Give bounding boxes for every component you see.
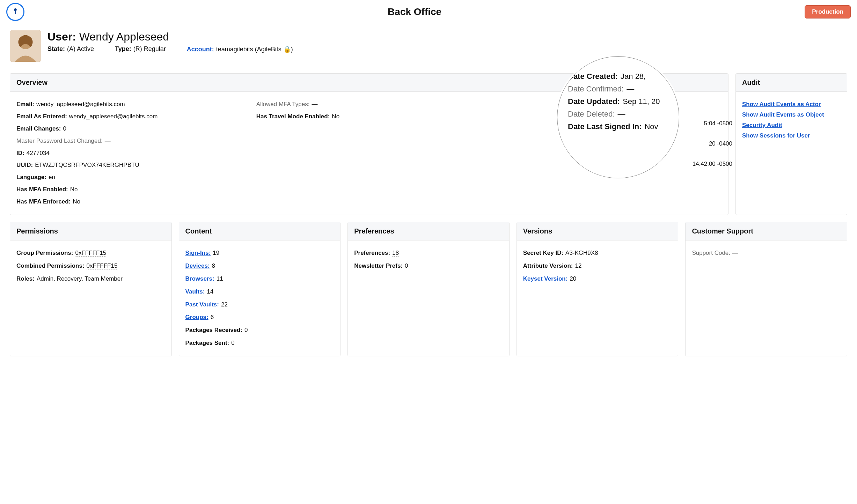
past-vaults-value: 22 [221,301,228,308]
keyset-link[interactable]: Keyset Version: [523,275,568,282]
user-header: User: Wendy Appleseed State: (A) Active … [10,29,847,66]
mag-date-updated-label: Date Updated: [568,97,620,106]
language-value: en [49,174,55,180]
dates-behind-magnifier: 5:04 -0500 20 -0400 14:42:00 -0500 [693,118,732,170]
pkg-recv-value: 0 [244,327,248,333]
mag-date-confirmed-label: Date Confirmed: [568,84,624,93]
page-title: User: Wendy Appleseed [47,30,847,43]
support-code-label: Support Code: [692,250,730,256]
devices-value: 8 [212,262,215,269]
permissions-card: Permissions Group Permissions:0xFFFFF15 … [10,222,172,356]
mfa-enforced-value: No [73,198,80,205]
support-card: Customer Support Support Code:— [685,222,847,356]
email-label: Email: [16,101,34,108]
page-title-prefix: User: [47,30,76,43]
behind-date-1: 5:04 -0500 [693,118,732,129]
email-value: wendy_appleseed@agilebits.com [36,101,125,108]
app-logo-icon [6,3,24,21]
attr-ver-value: 12 [575,262,581,269]
email-changes-label: Email Changes: [16,125,61,132]
attr-ver-label: Attribute Version: [523,262,573,269]
svg-rect-2 [15,10,16,14]
mag-date-updated-value: Sep 11, 20 [623,97,660,106]
roles-value: Admin, Recovery, Team Member [37,275,123,282]
roles-label: Roles: [16,275,35,282]
newsletter-value: 0 [405,262,408,269]
uuid-value: ETWZJTQCSRFPVOX74KERGHPBTU [35,162,139,168]
mag-date-confirmed-value: — [627,84,634,93]
signins-link[interactable]: Sign-Ins: [185,250,211,256]
uuid-label: UUID: [16,162,33,168]
mag-date-lastsignin-value: Nov [644,122,658,131]
mag-date-deleted-value: — [618,110,625,118]
audit-title: Audit [736,74,847,92]
browsers-value: 11 [217,275,223,282]
audit-link-sessions[interactable]: Show Sessions for User [742,132,841,139]
account-value: teamagilebits (AgileBits 🔒) [216,45,293,53]
newsletter-label: Newsletter Prefs: [354,262,403,269]
pkg-sent-label: Packages Sent: [185,340,229,346]
email-changes-value: 0 [63,125,66,132]
devices-link[interactable]: Devices: [185,262,210,269]
email-as-entered-label: Email As Entered: [16,113,67,120]
group-perm-value[interactable]: 0xFFFFF15 [75,250,106,257]
preferences-title: Preferences [348,222,509,240]
pkg-sent-value: 0 [231,340,234,346]
language-label: Language: [16,174,46,180]
preferences-card: Preferences Preferences:18 Newsletter Pr… [347,222,510,356]
secret-key-label: Secret Key ID: [523,250,563,256]
audit-panel: Audit Show Audit Events as Actor Show Au… [735,73,847,215]
content-title: Content [179,222,340,240]
combined-perm-label: Combined Permissions: [16,262,85,269]
content-card: Content Sign-Ins:19 Devices:8 Browsers:1… [179,222,341,356]
mpw-value: — [105,138,111,144]
prefs-label: Preferences: [354,250,390,256]
overview-panel: Overview Email:wendy_appleseed@agilebits… [10,73,728,215]
browsers-link[interactable]: Browsers: [185,275,214,282]
mfa-enforced-label: Has MFA Enforced: [16,198,71,205]
audit-link-security[interactable]: Security Audit [742,122,841,129]
support-title: Customer Support [686,222,847,240]
versions-card: Versions Secret Key ID:A3-KGH9X8 Attribu… [517,222,679,356]
mfa-enabled-label: Has MFA Enabled: [16,186,68,193]
user-account: Account: teamagilebits (AgileBits 🔒) [187,45,293,53]
audit-link-object[interactable]: Show Audit Events as Object [742,111,841,118]
mpw-label: Master Password Last Changed: [16,138,103,144]
user-name: Wendy Appleseed [79,30,169,43]
magnifier-overlay: Date Created:Jan 28, Date Confirmed:— Da… [557,56,679,178]
user-state-value: (A) Active [67,45,94,53]
user-state-label: State: [47,45,65,53]
pkg-recv-label: Packages Received: [185,327,243,333]
prefs-value[interactable]: 18 [392,250,399,257]
user-avatar [10,30,41,62]
past-vaults-link[interactable]: Past Vaults: [185,301,219,308]
user-type-value: (R) Regular [133,45,166,53]
audit-link-actor[interactable]: Show Audit Events as Actor [742,101,841,108]
user-type-label: Type: [115,45,131,53]
versions-title: Versions [517,222,678,240]
allowed-mfa-label: Allowed MFA Types: [256,101,310,108]
behind-date-2: 20 -0400 [693,138,732,150]
groups-value: 6 [211,314,214,320]
id-label: ID: [16,150,24,156]
account-link[interactable]: Account: [187,46,214,53]
environment-button[interactable]: Production [805,5,851,18]
support-code-value: — [732,250,738,256]
combined-perm-value[interactable]: 0xFFFFF15 [87,262,118,269]
mag-date-lastsignin-label: Date Last Signed In: [568,122,642,131]
secret-key-value: A3-KGH9X8 [565,250,598,256]
user-type: Type: (R) Regular [115,45,166,53]
group-perm-label: Group Permissions: [16,250,73,256]
mag-date-created-value: Jan 28, [621,72,646,81]
vaults-value: 14 [207,288,213,295]
signins-value: 19 [213,250,219,256]
email-as-entered-value: wendy_appleseed@agilebits.com [69,113,158,120]
user-state: State: (A) Active [47,45,94,53]
allowed-mfa-value: — [312,101,317,108]
permissions-title: Permissions [10,222,171,240]
mfa-enabled-value: No [70,186,78,193]
id-value: 4277034 [27,150,50,156]
vaults-link[interactable]: Vaults: [185,288,205,295]
travel-mode-value: No [332,113,339,120]
groups-link[interactable]: Groups: [185,314,208,320]
